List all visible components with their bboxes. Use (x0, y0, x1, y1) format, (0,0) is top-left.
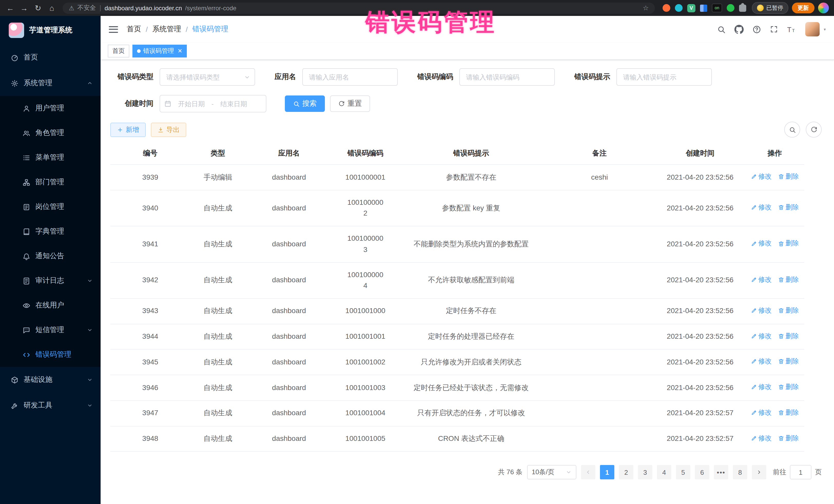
home-icon[interactable]: ⌂ (47, 4, 57, 12)
sidebar-item-dev-tool[interactable]: 研发工具 (0, 393, 101, 418)
table-row: 3943自动生成dashboard1001001000定时任务不存在2021-0… (110, 299, 804, 324)
reload-icon[interactable]: ↻ (33, 3, 43, 13)
error-tip-input[interactable] (616, 68, 712, 86)
github-icon[interactable] (734, 25, 744, 34)
edit-link[interactable]: 修改 (751, 238, 772, 249)
vue-devtools-icon[interactable]: V (687, 4, 696, 12)
url-path: /system/error-code (185, 4, 236, 12)
address-bar[interactable]: ⚠ 不安全 dashboard.yudao.iocoder.cn/system/… (63, 2, 655, 14)
sidebar-item-infra[interactable]: 基础设施 (0, 367, 101, 393)
pagination-goto-input[interactable] (790, 465, 811, 480)
column-header: 类型 (190, 143, 246, 165)
delete-link[interactable]: 删除 (778, 171, 799, 182)
export-button[interactable]: 导出 (151, 123, 186, 137)
goto-unit: 页 (815, 468, 822, 477)
bookmark-star-icon[interactable]: ☆ (643, 4, 649, 12)
sidebar-item-error-code[interactable]: 错误码管理 (0, 342, 101, 367)
sidebar-item-role[interactable]: 角色管理 (0, 120, 101, 145)
extension-grid-icon[interactable] (700, 4, 707, 12)
pagination-page-2[interactable]: 2 (619, 465, 633, 480)
column-header: 错误码编码 (332, 143, 398, 165)
chevron-down-icon (87, 327, 93, 333)
search-button[interactable]: 搜索 (285, 95, 325, 112)
delete-link[interactable]: 删除 (778, 202, 799, 213)
pagination-next-button[interactable] (752, 465, 766, 480)
profile-paused-badge[interactable]: 已暂停 (752, 2, 788, 14)
delete-link[interactable]: 删除 (778, 382, 799, 392)
user-avatar[interactable] (805, 22, 820, 37)
add-button[interactable]: 新增 (110, 123, 146, 137)
forward-icon[interactable]: → (19, 4, 29, 12)
pagination-page-4[interactable]: 4 (657, 465, 671, 480)
back-icon[interactable]: ← (5, 4, 15, 12)
error-code-input[interactable] (459, 68, 555, 86)
avatar-caret-icon[interactable]: ▾ (824, 27, 826, 31)
sidebar-item-online-user[interactable]: 在线用户 (0, 293, 101, 318)
delete-link[interactable]: 删除 (778, 238, 799, 249)
font-size-icon[interactable] (787, 24, 796, 34)
start-date-input[interactable] (174, 99, 210, 108)
edit-link[interactable]: 修改 (751, 433, 772, 443)
extension-green-icon[interactable] (727, 4, 734, 12)
sidebar-item-system[interactable]: 系统管理 (0, 70, 101, 96)
browser-profile-avatar[interactable] (818, 3, 829, 13)
toggle-search-button[interactable] (784, 122, 800, 137)
cell-code: 1001000003 (332, 226, 398, 262)
docs-question-icon[interactable] (752, 25, 761, 34)
sidebar-item-user[interactable]: 用户管理 (0, 96, 101, 120)
trash-icon (778, 277, 784, 283)
edit-link[interactable]: 修改 (751, 331, 772, 341)
cell-id: 3943 (110, 299, 190, 324)
pagination-page-3[interactable]: 3 (638, 465, 652, 480)
delete-link[interactable]: 删除 (778, 305, 799, 316)
logo[interactable]: 芋道管理系统 (0, 16, 101, 45)
reset-button[interactable]: 重置 (330, 95, 370, 112)
extension-orange-icon[interactable] (663, 4, 670, 12)
delete-link[interactable]: 删除 (778, 331, 799, 341)
sidebar-item-audit-log[interactable]: 审计日志 (0, 268, 101, 293)
refresh-table-button[interactable] (806, 122, 822, 137)
pagination-prev-button[interactable] (581, 465, 595, 480)
pagination-more-icon[interactable]: ••• (714, 465, 728, 480)
breadcrumb-item[interactable]: 首页 (127, 25, 141, 34)
edit-link[interactable]: 修改 (751, 305, 772, 316)
edit-link[interactable]: 修改 (751, 408, 772, 418)
sidebar-item-dept[interactable]: 部门管理 (0, 170, 101, 195)
tab-首页[interactable]: 首页 (108, 45, 129, 58)
delete-link[interactable]: 删除 (778, 275, 799, 285)
edit-link[interactable]: 修改 (751, 382, 772, 392)
proxy-on-icon[interactable]: on (712, 4, 722, 12)
tab-close-icon[interactable]: ✕ (178, 48, 182, 54)
sidebar-item-sms[interactable]: 短信管理 (0, 318, 101, 342)
hamburger-icon[interactable] (109, 26, 118, 32)
delete-link[interactable]: 删除 (778, 408, 799, 418)
end-date-input[interactable] (216, 99, 252, 108)
search-icon[interactable] (717, 25, 726, 34)
sidebar-item-post[interactable]: 岗位管理 (0, 195, 101, 219)
pagination-page-1[interactable]: 1 (600, 465, 614, 480)
edit-link[interactable]: 修改 (751, 171, 772, 182)
sidebar-item-notice[interactable]: 通知公告 (0, 244, 101, 268)
delete-link[interactable]: 删除 (778, 433, 799, 443)
edit-link[interactable]: 修改 (751, 356, 772, 367)
pagination-page-8[interactable]: 8 (733, 465, 747, 480)
sidebar-item-home[interactable]: 首页 (0, 45, 101, 70)
app-name-input[interactable] (302, 68, 398, 86)
delete-link[interactable]: 删除 (778, 356, 799, 367)
edit-link[interactable]: 修改 (751, 275, 772, 285)
pagination-page-5[interactable]: 5 (676, 465, 690, 480)
date-range-picker[interactable]: - (160, 95, 266, 112)
pagination-page-6[interactable]: 6 (695, 465, 709, 480)
sidebar-item-menu[interactable]: 菜单管理 (0, 145, 101, 170)
edit-link[interactable]: 修改 (751, 202, 772, 213)
page-size-select[interactable]: 10条/页 (527, 465, 576, 480)
tab-错误码管理[interactable]: 错误码管理✕ (132, 45, 187, 58)
extension-teal-icon[interactable] (675, 4, 683, 12)
fullscreen-icon[interactable] (770, 25, 778, 34)
breadcrumb-item[interactable]: 系统管理 (152, 25, 181, 34)
cell-actions: 修改删除 (745, 190, 804, 226)
browser-update-button[interactable]: 更新 (792, 3, 814, 13)
sidebar-item-dict[interactable]: 字典管理 (0, 219, 101, 244)
error-type-select[interactable] (160, 68, 255, 86)
extensions-puzzle-icon[interactable] (739, 4, 746, 12)
